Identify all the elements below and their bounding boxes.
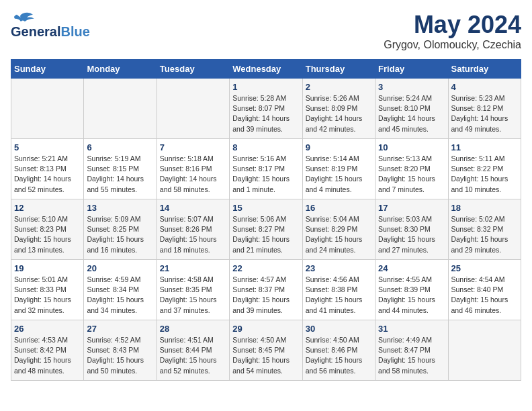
header-cell-sunday: Sunday (11, 60, 84, 79)
week-row-4: 19Sunrise: 5:01 AM Sunset: 8:33 PM Dayli… (11, 260, 521, 320)
day-number: 26 (14, 324, 81, 334)
day-number: 3 (378, 82, 445, 92)
day-info: Sunrise: 5:16 AM Sunset: 8:17 PM Dayligh… (232, 154, 299, 195)
day-info: Sunrise: 5:24 AM Sunset: 8:10 PM Dayligh… (378, 93, 445, 134)
day-cell: 19Sunrise: 5:01 AM Sunset: 8:33 PM Dayli… (11, 260, 84, 320)
day-info: Sunrise: 5:09 AM Sunset: 8:25 PM Dayligh… (87, 214, 153, 255)
header-cell-friday: Friday (375, 60, 448, 79)
day-cell: 11Sunrise: 5:11 AM Sunset: 8:22 PM Dayli… (448, 139, 521, 199)
day-number: 2 (306, 82, 372, 92)
day-number: 11 (451, 142, 518, 152)
header-cell-monday: Monday (84, 60, 157, 79)
day-cell: 14Sunrise: 5:07 AM Sunset: 8:26 PM Dayli… (157, 199, 229, 260)
day-info: Sunrise: 4:51 AM Sunset: 8:44 PM Dayligh… (160, 335, 226, 376)
day-number: 18 (451, 203, 518, 213)
header-cell-wednesday: Wednesday (230, 60, 302, 79)
header-cell-thursday: Thursday (302, 60, 375, 79)
day-number: 9 (306, 142, 372, 152)
day-number: 23 (306, 263, 372, 273)
day-info: Sunrise: 4:58 AM Sunset: 8:35 PM Dayligh… (160, 275, 226, 316)
day-cell: 26Sunrise: 4:53 AM Sunset: 8:42 PM Dayli… (11, 320, 84, 381)
day-cell: 12Sunrise: 5:10 AM Sunset: 8:23 PM Dayli… (11, 199, 84, 260)
calendar-table: SundayMondayTuesdayWednesdayThursdayFrid… (11, 59, 521, 381)
day-info: Sunrise: 5:21 AM Sunset: 8:13 PM Dayligh… (14, 154, 81, 195)
day-info: Sunrise: 5:13 AM Sunset: 8:20 PM Dayligh… (378, 154, 445, 195)
day-cell: 2Sunrise: 5:26 AM Sunset: 8:09 PM Daylig… (302, 79, 375, 139)
day-cell: 13Sunrise: 5:09 AM Sunset: 8:25 PM Dayli… (84, 199, 157, 260)
day-cell (84, 79, 157, 139)
day-info: Sunrise: 5:26 AM Sunset: 8:09 PM Dayligh… (306, 93, 372, 134)
day-info: Sunrise: 4:57 AM Sunset: 8:37 PM Dayligh… (232, 275, 299, 316)
day-number: 22 (232, 263, 299, 273)
day-number: 8 (232, 142, 299, 152)
day-info: Sunrise: 5:28 AM Sunset: 8:07 PM Dayligh… (232, 93, 299, 134)
day-cell: 8Sunrise: 5:16 AM Sunset: 8:17 PM Daylig… (230, 139, 302, 199)
day-info: Sunrise: 4:56 AM Sunset: 8:38 PM Dayligh… (306, 275, 372, 316)
day-cell: 17Sunrise: 5:03 AM Sunset: 8:30 PM Dayli… (375, 199, 448, 260)
day-cell (448, 320, 521, 381)
day-number: 1 (232, 82, 299, 92)
header-cell-saturday: Saturday (448, 60, 521, 79)
day-number: 16 (306, 203, 372, 213)
day-number: 7 (160, 142, 226, 152)
day-number: 6 (87, 142, 153, 152)
day-cell: 6Sunrise: 5:19 AM Sunset: 8:15 PM Daylig… (84, 139, 157, 199)
day-cell: 22Sunrise: 4:57 AM Sunset: 8:37 PM Dayli… (230, 260, 302, 320)
day-info: Sunrise: 4:53 AM Sunset: 8:42 PM Dayligh… (14, 335, 81, 376)
week-row-1: 1Sunrise: 5:28 AM Sunset: 8:07 PM Daylig… (11, 79, 521, 139)
day-info: Sunrise: 5:23 AM Sunset: 8:12 PM Dayligh… (451, 93, 518, 134)
day-cell: 4Sunrise: 5:23 AM Sunset: 8:12 PM Daylig… (448, 79, 521, 139)
day-cell: 31Sunrise: 4:49 AM Sunset: 8:47 PM Dayli… (375, 320, 448, 381)
day-cell (11, 79, 84, 139)
day-cell: 20Sunrise: 4:59 AM Sunset: 8:34 PM Dayli… (84, 260, 157, 320)
day-cell: 7Sunrise: 5:18 AM Sunset: 8:16 PM Daylig… (157, 139, 229, 199)
day-info: Sunrise: 4:54 AM Sunset: 8:40 PM Dayligh… (451, 275, 518, 316)
day-number: 10 (378, 142, 445, 152)
day-cell: 29Sunrise: 4:50 AM Sunset: 8:45 PM Dayli… (230, 320, 302, 381)
day-number: 19 (14, 263, 81, 273)
day-info: Sunrise: 5:18 AM Sunset: 8:16 PM Dayligh… (160, 154, 226, 195)
day-number: 24 (378, 263, 445, 273)
header-cell-tuesday: Tuesday (157, 60, 229, 79)
day-cell: 10Sunrise: 5:13 AM Sunset: 8:20 PM Dayli… (375, 139, 448, 199)
day-cell: 28Sunrise: 4:51 AM Sunset: 8:44 PM Dayli… (157, 320, 229, 381)
day-info: Sunrise: 5:01 AM Sunset: 8:33 PM Dayligh… (14, 275, 81, 316)
day-cell: 9Sunrise: 5:14 AM Sunset: 8:19 PM Daylig… (302, 139, 375, 199)
day-info: Sunrise: 5:11 AM Sunset: 8:22 PM Dayligh… (451, 154, 518, 195)
day-cell: 16Sunrise: 5:04 AM Sunset: 8:29 PM Dayli… (302, 199, 375, 260)
day-number: 28 (160, 324, 226, 334)
calendar-header: General Blue May 2024 Grygov, Olomoucky,… (11, 11, 521, 51)
week-row-5: 26Sunrise: 4:53 AM Sunset: 8:42 PM Dayli… (11, 320, 521, 381)
calendar-header-row: SundayMondayTuesdayWednesdayThursdayFrid… (11, 60, 521, 79)
day-cell: 15Sunrise: 5:06 AM Sunset: 8:27 PM Dayli… (230, 199, 302, 260)
day-cell: 23Sunrise: 4:56 AM Sunset: 8:38 PM Dayli… (302, 260, 375, 320)
day-number: 30 (306, 324, 372, 334)
day-cell: 27Sunrise: 4:52 AM Sunset: 8:43 PM Dayli… (84, 320, 157, 381)
day-cell: 21Sunrise: 4:58 AM Sunset: 8:35 PM Dayli… (157, 260, 229, 320)
day-info: Sunrise: 4:52 AM Sunset: 8:43 PM Dayligh… (87, 335, 153, 376)
week-row-3: 12Sunrise: 5:10 AM Sunset: 8:23 PM Dayli… (11, 199, 521, 260)
day-info: Sunrise: 4:50 AM Sunset: 8:46 PM Dayligh… (306, 335, 372, 376)
day-info: Sunrise: 5:19 AM Sunset: 8:15 PM Dayligh… (87, 154, 153, 195)
logo-icon (11, 11, 35, 24)
day-info: Sunrise: 5:02 AM Sunset: 8:32 PM Dayligh… (451, 214, 518, 255)
day-info: Sunrise: 5:07 AM Sunset: 8:26 PM Dayligh… (160, 214, 226, 255)
logo-text-general: General (11, 24, 60, 40)
day-number: 14 (160, 203, 226, 213)
day-info: Sunrise: 4:59 AM Sunset: 8:34 PM Dayligh… (87, 275, 153, 316)
day-info: Sunrise: 5:14 AM Sunset: 8:19 PM Dayligh… (306, 154, 372, 195)
day-cell (157, 79, 229, 139)
day-number: 25 (451, 263, 518, 273)
day-number: 20 (87, 263, 153, 273)
day-info: Sunrise: 4:55 AM Sunset: 8:39 PM Dayligh… (378, 275, 445, 316)
logo-text-blue: Blue (60, 24, 89, 40)
day-number: 4 (451, 82, 518, 92)
day-number: 31 (378, 324, 445, 334)
week-row-2: 5Sunrise: 5:21 AM Sunset: 8:13 PM Daylig… (11, 139, 521, 199)
day-info: Sunrise: 5:04 AM Sunset: 8:29 PM Dayligh… (306, 214, 372, 255)
title-area: May 2024 Grygov, Olomoucky, Czechia (384, 11, 521, 51)
day-number: 15 (232, 203, 299, 213)
day-info: Sunrise: 4:49 AM Sunset: 8:47 PM Dayligh… (378, 335, 445, 376)
day-cell: 25Sunrise: 4:54 AM Sunset: 8:40 PM Dayli… (448, 260, 521, 320)
day-number: 17 (378, 203, 445, 213)
